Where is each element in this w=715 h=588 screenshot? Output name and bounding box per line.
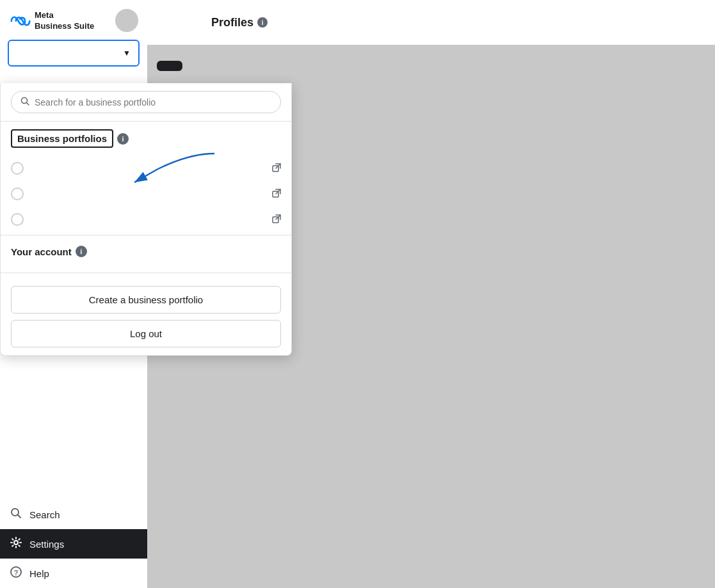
dark-action-button[interactable] [157, 61, 182, 71]
svg-point-2 [14, 541, 18, 544]
meta-logo: Meta Business Suite [10, 10, 94, 32]
search-icon [20, 97, 29, 107]
svg-line-6 [27, 103, 29, 106]
external-link-icon-1[interactable] [272, 163, 281, 174]
sidebar-item-search[interactable]: Search [0, 500, 147, 529]
dropdown-panel: Business portfolios i [0, 83, 292, 356]
meta-logo-icon [10, 15, 31, 28]
profile-avatar[interactable] [115, 9, 138, 32]
dropdown-arrow-icon: ▼ [123, 49, 131, 58]
portfolio-item-1[interactable] [1, 155, 291, 181]
your-account-header: Your account i [11, 246, 281, 257]
help-nav-icon: ? [10, 566, 22, 580]
your-account-info-icon[interactable]: i [76, 246, 87, 257]
search-input[interactable] [35, 97, 271, 107]
top-header: Profiles i [147, 0, 715, 45]
svg-line-1 [18, 515, 21, 518]
external-link-icon-2[interactable] [272, 189, 281, 200]
svg-text:?: ? [14, 569, 19, 576]
profiles-label: Profiles [211, 16, 253, 29]
portfolio-item-2[interactable] [1, 181, 291, 207]
create-portfolio-button[interactable]: Create a business portfolio [11, 286, 281, 314]
portfolio-item-3[interactable] [1, 207, 291, 232]
sidebar-logo-area: Meta Business Suite [0, 0, 147, 40]
sidebar-bottom-nav: Search Settings ? Help [0, 500, 147, 588]
your-account-section: Your account i [1, 235, 291, 267]
sidebar-item-settings[interactable]: Settings [0, 529, 147, 559]
logout-button[interactable]: Log out [11, 320, 281, 347]
profiles-title: Profiles i [211, 16, 268, 29]
search-nav-label: Search [29, 509, 60, 520]
portfolio-radio-3[interactable] [11, 213, 24, 226]
profiles-info-icon[interactable]: i [257, 17, 268, 28]
search-container [1, 83, 291, 122]
business-portfolios-section-header: Business portfolios i [1, 122, 291, 153]
portfolio-radio-1[interactable] [11, 162, 24, 175]
business-portfolios-info-icon[interactable]: i [117, 133, 129, 145]
help-nav-label: Help [29, 568, 49, 579]
logo-text: Meta Business Suite [35, 10, 94, 32]
sidebar-item-help[interactable]: ? Help [0, 559, 147, 588]
settings-nav-icon [10, 537, 22, 551]
search-box[interactable] [11, 91, 281, 113]
action-buttons: Create a business portfolio Log out [1, 278, 291, 355]
search-nav-icon [10, 507, 22, 521]
business-portfolios-title: Business portfolios [11, 129, 113, 148]
portfolio-radio-2[interactable] [11, 187, 24, 200]
business-selector-dropdown[interactable]: ▼ [8, 40, 140, 67]
settings-nav-label: Settings [29, 539, 64, 550]
external-link-icon-3[interactable] [272, 214, 281, 225]
portfolio-list [1, 153, 291, 235]
divider [1, 273, 291, 273]
your-account-title: Your account [11, 246, 72, 257]
